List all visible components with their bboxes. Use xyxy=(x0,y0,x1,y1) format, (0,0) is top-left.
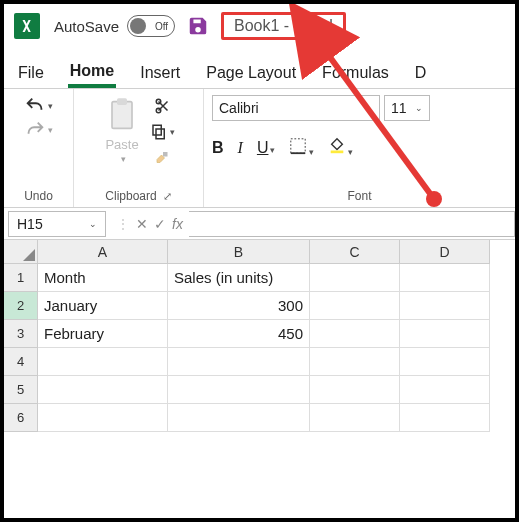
row-header-2[interactable]: 2 xyxy=(4,292,38,320)
cell-d3[interactable] xyxy=(400,320,490,348)
cell-a1[interactable]: Month xyxy=(38,264,168,292)
cell-d4[interactable] xyxy=(400,348,490,376)
borders-button[interactable]: ▾ xyxy=(289,137,314,159)
group-label-undo: Undo xyxy=(24,187,53,205)
cell-d1[interactable] xyxy=(400,264,490,292)
font-name-value: Calibri xyxy=(219,100,259,116)
cell-b3[interactable]: 450 xyxy=(168,320,310,348)
chevron-down-icon: ⌄ xyxy=(365,103,373,113)
tab-formulas[interactable]: Formulas xyxy=(320,58,391,88)
name-box-value: H15 xyxy=(17,216,43,232)
cell-d2[interactable] xyxy=(400,292,490,320)
svg-rect-7 xyxy=(291,139,305,153)
cell-c1[interactable] xyxy=(310,264,400,292)
italic-button[interactable]: I xyxy=(238,139,243,157)
svg-rect-4 xyxy=(156,129,164,139)
col-header-b[interactable]: B xyxy=(168,240,310,264)
spreadsheet-grid: A B C D 1 Month Sales (in units) 2 Janua… xyxy=(4,240,515,432)
select-all-corner[interactable] xyxy=(4,240,38,264)
title-bar: AutoSave Off Book1 - Excel xyxy=(4,4,515,48)
cell-b1[interactable]: Sales (in units) xyxy=(168,264,310,292)
row-header-4[interactable]: 4 xyxy=(4,348,38,376)
tab-page-layout[interactable]: Page Layout xyxy=(204,58,298,88)
chevron-down-icon: ▾ xyxy=(121,154,126,164)
cell-a6[interactable] xyxy=(38,404,168,432)
row-header-5[interactable]: 5 xyxy=(4,376,38,404)
formula-input[interactable] xyxy=(189,211,515,237)
chevron-down-icon: ⌄ xyxy=(415,103,423,113)
cut-icon[interactable] xyxy=(154,97,172,115)
paste-button[interactable]: Paste ▾ xyxy=(102,95,142,164)
svg-rect-5 xyxy=(153,125,161,135)
save-icon[interactable] xyxy=(187,15,209,37)
col-header-c[interactable]: C xyxy=(310,240,400,264)
tab-data-partial[interactable]: D xyxy=(413,58,429,88)
svg-rect-1 xyxy=(117,98,127,105)
cell-c4[interactable] xyxy=(310,348,400,376)
paste-label: Paste xyxy=(105,137,138,152)
col-header-a[interactable]: A xyxy=(38,240,168,264)
col-header-d[interactable]: D xyxy=(400,240,490,264)
format-painter-icon[interactable] xyxy=(154,149,172,167)
chevron-down-icon: ▾ xyxy=(48,101,53,111)
chevron-down-icon: ⌄ xyxy=(89,219,97,229)
font-name-select[interactable]: Calibri ⌄ xyxy=(212,95,380,121)
cell-b2[interactable]: 300 xyxy=(168,292,310,320)
accept-formula-icon[interactable]: ✓ xyxy=(154,216,166,232)
cell-a5[interactable] xyxy=(38,376,168,404)
group-clipboard: Paste ▾ ▾ Clipboard⤢ xyxy=(74,89,204,207)
redo-button[interactable]: ▾ xyxy=(24,119,53,141)
cancel-formula-icon[interactable]: ✕ xyxy=(136,216,148,232)
cell-c2[interactable] xyxy=(310,292,400,320)
font-size-value: 11 xyxy=(391,100,407,116)
cell-a4[interactable] xyxy=(38,348,168,376)
row-header-1[interactable]: 1 xyxy=(4,264,38,292)
svg-rect-9 xyxy=(331,151,344,154)
copy-button[interactable]: ▾ xyxy=(150,123,175,141)
borders-icon xyxy=(289,137,307,155)
excel-logo-icon xyxy=(14,13,40,39)
autosave-label: AutoSave xyxy=(54,18,119,35)
toggle-knob-icon xyxy=(130,18,146,34)
tab-insert[interactable]: Insert xyxy=(138,58,182,88)
group-undo: ▾ ▾ Undo xyxy=(4,89,74,207)
svg-rect-0 xyxy=(112,102,132,129)
cell-c6[interactable] xyxy=(310,404,400,432)
menu-bar: File Home Insert Page Layout Formulas D xyxy=(4,48,515,88)
tab-home[interactable]: Home xyxy=(68,56,116,88)
window-title: Book1 - Excel xyxy=(221,12,346,40)
undo-button[interactable]: ▾ xyxy=(24,95,53,117)
tab-file[interactable]: File xyxy=(16,58,46,88)
autosave-toggle[interactable]: Off xyxy=(127,15,175,37)
group-font: Calibri ⌄ 11 ⌄ B I U▾ ▾ ▾ Font xyxy=(204,89,515,207)
fx-icon[interactable]: fx xyxy=(172,216,183,232)
cell-a2[interactable]: January xyxy=(38,292,168,320)
row-header-6[interactable]: 6 xyxy=(4,404,38,432)
group-label-clipboard: Clipboard⤢ xyxy=(105,187,171,205)
formula-controls: ⋮ ✕ ✓ fx xyxy=(110,216,189,232)
cell-b6[interactable] xyxy=(168,404,310,432)
cell-c5[interactable] xyxy=(310,376,400,404)
bold-button[interactable]: B xyxy=(212,139,224,157)
font-size-select[interactable]: 11 ⌄ xyxy=(384,95,430,121)
formula-bar: H15 ⌄ ⋮ ✕ ✓ fx xyxy=(4,208,515,240)
cell-b5[interactable] xyxy=(168,376,310,404)
copy-icon xyxy=(150,123,168,141)
name-box[interactable]: H15 ⌄ xyxy=(8,211,106,237)
row-header-3[interactable]: 3 xyxy=(4,320,38,348)
underline-button[interactable]: U▾ xyxy=(257,139,276,157)
svg-rect-6 xyxy=(163,152,168,157)
cell-d5[interactable] xyxy=(400,376,490,404)
chevron-down-icon: ▾ xyxy=(48,125,53,135)
fill-color-icon xyxy=(328,137,346,155)
cell-c3[interactable] xyxy=(310,320,400,348)
autosave-state: Off xyxy=(155,21,168,32)
fill-color-button[interactable]: ▾ xyxy=(328,137,353,159)
cell-b4[interactable] xyxy=(168,348,310,376)
dialog-launcher-icon[interactable]: ⤢ xyxy=(163,190,172,203)
ribbon: ▾ ▾ Undo Paste ▾ ▾ xyxy=(4,88,515,208)
group-label-font: Font xyxy=(347,187,371,205)
cell-d6[interactable] xyxy=(400,404,490,432)
chevron-down-icon: ▾ xyxy=(170,127,175,137)
cell-a3[interactable]: February xyxy=(38,320,168,348)
